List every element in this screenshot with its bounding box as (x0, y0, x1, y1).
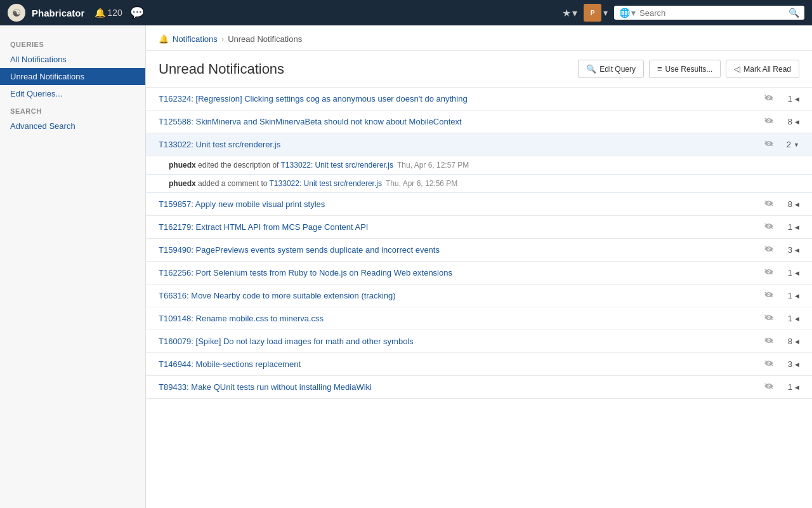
mute-icon[interactable] (764, 117, 774, 126)
notification-row: T89433: Make QUnit tests run without ins… (146, 376, 812, 399)
notification-count: 2 ▼ (780, 140, 799, 149)
sidebar-item-advanced-search[interactable]: Advanced Search (0, 117, 145, 135)
search-icon: 🔍 (789, 8, 799, 18)
notification-link[interactable]: T133022: Unit test src/renderer.js (159, 140, 757, 149)
mark-read-icon: ◁ (734, 64, 740, 74)
sub-event-link[interactable]: T133022: Unit test src/renderer.js (281, 161, 393, 170)
page-layout: QUERIES All Notifications Unread Notific… (0, 25, 812, 508)
chat-icon[interactable]: 💬 (130, 6, 144, 20)
notification-count: 1 ◀ (780, 268, 799, 277)
sidebar-item-edit-queries[interactable]: Edit Queries... (0, 85, 145, 102)
mute-icon[interactable] (764, 199, 774, 209)
notification-count: 1 ◀ (780, 94, 799, 104)
mark-all-read-button[interactable]: ◁ Mark All Read (726, 60, 799, 78)
notification-count: 1 ◀ (780, 314, 799, 323)
notification-link[interactable]: T109148: Rename mobile.css to minerva.cs… (159, 314, 757, 323)
mute-icon[interactable] (764, 268, 774, 277)
notification-row: T159857: Apply new mobile visual print s… (146, 193, 812, 216)
notification-row: T162256: Port Selenium tests from Ruby t… (146, 262, 812, 284)
search-icon: 🔍 (586, 64, 596, 74)
notification-row: T159490: PagePreviews events system send… (146, 239, 812, 262)
notification-sub-event: phuedx edited the description of T133022… (146, 156, 812, 175)
search-bar[interactable]: 🌐 ▾ 🔍 (614, 6, 804, 20)
notification-row: T162324: [Regression] Clicking settings … (146, 88, 812, 110)
notification-link[interactable]: T146944: Mobile-sections replacement (159, 359, 757, 369)
avatar: P (584, 4, 601, 22)
notification-link[interactable]: T89433: Make QUnit tests run without ins… (159, 382, 757, 392)
sub-event-link[interactable]: T133022: Unit test src/renderer.js (270, 179, 382, 188)
notification-row: T162179: Extract HTML API from MCS Page … (146, 216, 812, 239)
mute-icon[interactable] (764, 291, 774, 300)
notification-link[interactable]: T66316: Move Nearby code to more suitabl… (159, 291, 757, 300)
notification-link[interactable]: T162324: [Regression] Clicking settings … (159, 94, 757, 104)
main-content: 🔔 Notifications › Unread Notifications U… (146, 25, 812, 508)
page-header: Unread Notifications 🔍 Edit Query ≡ Use … (146, 51, 812, 88)
mute-icon[interactable] (764, 245, 774, 255)
app-name: Phabricator (32, 8, 84, 18)
mute-icon[interactable] (764, 382, 774, 392)
header-actions: 🔍 Edit Query ≡ Use Results... ◁ Mark All… (578, 60, 799, 78)
notification-row: T160079: [Spike] Do not lazy load images… (146, 330, 812, 353)
notification-count: 1 ◀ (780, 291, 799, 300)
notif-count: 120 (107, 8, 122, 18)
globe-icon[interactable]: 🌐 ▾ (619, 8, 636, 18)
user-menu[interactable]: P ▾ (584, 4, 608, 22)
breadcrumb-separator: › (221, 34, 224, 44)
notification-link[interactable]: T162256: Port Selenium tests from Ruby t… (159, 268, 757, 277)
mute-icon[interactable] (764, 314, 774, 323)
notification-count: 8 ◀ (780, 199, 799, 209)
breadcrumb-icon: 🔔 (159, 34, 169, 44)
bell-icon: 🔔 (95, 8, 105, 18)
mute-icon[interactable] (764, 140, 774, 149)
notification-row: T109148: Rename mobile.css to minerva.cs… (146, 307, 812, 330)
notification-link[interactable]: T162179: Extract HTML API from MCS Page … (159, 222, 757, 232)
notification-row: T133022: Unit test src/renderer.js2 ▼ (146, 133, 812, 156)
use-results-button[interactable]: ≡ Use Results... (649, 60, 721, 78)
notification-list: T162324: [Regression] Clicking settings … (146, 88, 812, 399)
edit-query-button[interactable]: 🔍 Edit Query (578, 60, 644, 78)
globe-chevron: ▾ (631, 8, 636, 18)
sidebar-item-unread-notifications[interactable]: Unread Notifications (0, 68, 145, 85)
notifications-bell[interactable]: 🔔 120 (95, 8, 122, 18)
notification-count: 3 ◀ (780, 245, 799, 255)
notification-row: T146944: Mobile-sections replacement3 ◀ (146, 353, 812, 376)
notification-count: 8 ◀ (780, 117, 799, 126)
breadcrumb-current: Unread Notifications (228, 34, 302, 44)
queries-section-label: QUERIES (0, 36, 145, 51)
top-navigation: ☯ Phabricator 🔔 120 💬 ★ ▾ P ▾ 🌐 ▾ 🔍 (0, 0, 812, 25)
notification-count: 1 ◀ (780, 222, 799, 232)
notification-count: 8 ◀ (780, 337, 799, 346)
notification-row: T125588: SkinMinerva and SkinMinervaBeta… (146, 110, 812, 133)
avatar-chevron: ▾ (603, 8, 608, 18)
star-chevron: ▾ (572, 7, 577, 19)
search-section-label: SEARCH (0, 102, 145, 117)
notification-sub-event: phuedx added a comment to T133022: Unit … (146, 175, 812, 193)
notification-row: T66316: Move Nearby code to more suitabl… (146, 284, 812, 307)
notification-count: 3 ◀ (780, 359, 799, 369)
mute-icon[interactable] (764, 94, 774, 104)
mark-all-read-label: Mark All Read (743, 65, 791, 74)
notification-count: 1 ◀ (780, 382, 799, 392)
page-title: Unread Notifications (159, 61, 578, 77)
mute-icon[interactable] (764, 222, 774, 232)
edit-query-label: Edit Query (599, 65, 636, 74)
breadcrumb-parent[interactable]: Notifications (173, 34, 218, 44)
notification-link[interactable]: T159490: PagePreviews events system send… (159, 245, 757, 255)
notification-link[interactable]: T160079: [Spike] Do not lazy load images… (159, 337, 757, 346)
list-icon: ≡ (657, 64, 662, 74)
notification-link[interactable]: T159857: Apply new mobile visual print s… (159, 199, 757, 209)
sidebar-item-all-notifications[interactable]: All Notifications (0, 51, 145, 68)
breadcrumb: 🔔 Notifications › Unread Notifications (146, 25, 812, 51)
app-logo[interactable]: ☯ (8, 4, 25, 22)
mute-icon[interactable] (764, 337, 774, 346)
star-icon: ★ (562, 7, 571, 19)
use-results-label: Use Results... (665, 65, 713, 74)
search-input[interactable] (639, 8, 785, 18)
favorites-dropdown[interactable]: ★ ▾ (562, 7, 577, 19)
notification-link[interactable]: T125588: SkinMinerva and SkinMinervaBeta… (159, 117, 757, 126)
mute-icon[interactable] (764, 359, 774, 369)
sidebar: QUERIES All Notifications Unread Notific… (0, 25, 146, 508)
